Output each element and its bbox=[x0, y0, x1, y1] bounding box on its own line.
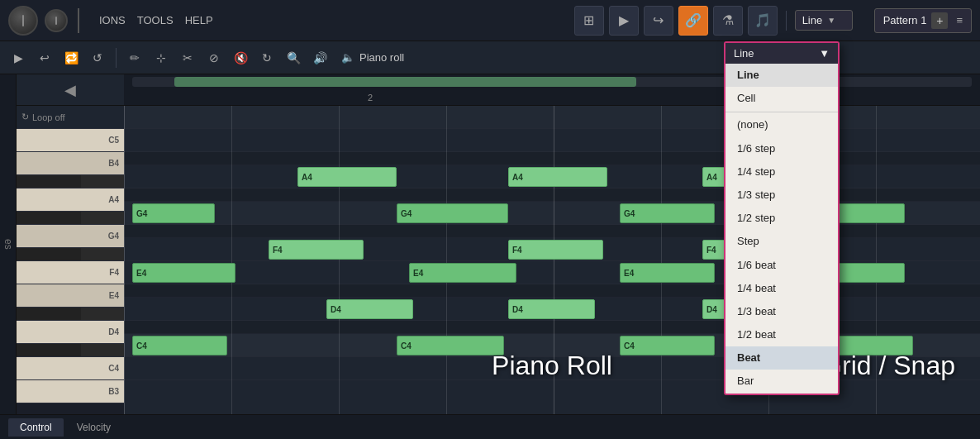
loop-icon[interactable]: 🔁 bbox=[59, 46, 83, 69]
note-c4-2[interactable]: C4 bbox=[397, 336, 504, 355]
hook-icon-btn[interactable]: ↪ bbox=[644, 6, 673, 36]
knob-2[interactable] bbox=[45, 9, 68, 32]
note-g4-3[interactable]: G4 bbox=[620, 203, 715, 223]
piano-key-g4[interactable]: G4 bbox=[17, 225, 124, 248]
erase-icon[interactable]: ✂ bbox=[176, 46, 199, 69]
note-e4-3[interactable]: E4 bbox=[620, 263, 715, 283]
piano-key-ds4[interactable] bbox=[17, 308, 124, 321]
note-label-g4-1: G4 bbox=[136, 209, 147, 218]
knob-1[interactable] bbox=[8, 6, 38, 36]
note-label-a4-1: A4 bbox=[302, 173, 312, 182]
note-d4-1[interactable]: D4 bbox=[326, 299, 413, 319]
note-grid[interactable]: 2 bbox=[124, 74, 980, 414]
note-c4-3[interactable]: C4 bbox=[620, 336, 715, 355]
snap-menu-title: Line bbox=[734, 47, 754, 60]
note-label-f4-1: F4 bbox=[273, 246, 283, 255]
piano-key-c5[interactable]: C5 bbox=[17, 129, 124, 152]
link-icon-btn[interactable]: 🔗 bbox=[678, 6, 708, 36]
grid-snap-label: Grid / Snap bbox=[821, 351, 955, 381]
snap-option-line[interactable]: Line bbox=[725, 64, 838, 87]
note-f4-2[interactable]: F4 bbox=[508, 240, 603, 260]
snap-option-none[interactable]: (none) bbox=[725, 112, 838, 136]
snap-option-1-6-step[interactable]: 1/6 step bbox=[725, 137, 838, 160]
speaker-icon[interactable]: 🔇 bbox=[229, 46, 252, 69]
piano-key-fs4[interactable] bbox=[17, 248, 124, 261]
grid-row-gs4 bbox=[124, 188, 980, 202]
note-e4-1[interactable]: E4 bbox=[132, 263, 235, 283]
note-a4-2[interactable]: A4 bbox=[508, 167, 607, 187]
arrow-right-icon-btn[interactable]: ▶ bbox=[609, 6, 639, 36]
piano-key-gs4[interactable] bbox=[17, 212, 124, 225]
note-label-c4-2: C4 bbox=[401, 341, 412, 351]
knob-area bbox=[8, 6, 83, 36]
note-g4-1[interactable]: G4 bbox=[132, 203, 215, 223]
piano-grid-icon-btn[interactable]: ⊞ bbox=[574, 6, 604, 36]
note-f4-1[interactable]: F4 bbox=[269, 240, 364, 260]
piano-key-as4[interactable] bbox=[17, 175, 124, 188]
key-label-e4: E4 bbox=[109, 291, 119, 300]
piano-key-d4[interactable]: D4 bbox=[17, 321, 124, 344]
scroll-thumb[interactable] bbox=[174, 77, 636, 87]
speaker-small-icon: 🔈 bbox=[341, 51, 354, 64]
note-d4-2[interactable]: D4 bbox=[508, 299, 595, 319]
piano-key-b3[interactable]: B3 bbox=[17, 380, 124, 403]
snap-option-1-4-step[interactable]: 1/4 step bbox=[725, 160, 838, 184]
black-key-overlay-4 bbox=[17, 308, 81, 320]
snap-option-1-2-step[interactable]: 1/2 step bbox=[725, 207, 838, 230]
piano-key-e4[interactable]: E4 bbox=[17, 284, 124, 308]
grid-row-ds4 bbox=[124, 284, 980, 298]
note-label-f4-3: F4 bbox=[706, 246, 716, 255]
undo-icon[interactable]: ↩ bbox=[33, 46, 56, 69]
knob-line-2 bbox=[55, 17, 57, 25]
zoom-icon[interactable]: 🔍 bbox=[282, 46, 305, 69]
pattern-add-button[interactable]: + bbox=[931, 12, 948, 29]
select-icon[interactable]: ⊹ bbox=[150, 46, 173, 69]
black-key-overlay-3 bbox=[17, 248, 81, 260]
piano-key-f4[interactable]: F4 bbox=[17, 261, 124, 284]
ruler: 2 bbox=[124, 89, 980, 106]
audio-icon[interactable]: 🔊 bbox=[308, 46, 331, 69]
sidebar-label: es bbox=[2, 239, 14, 250]
note-g4-2[interactable]: G4 bbox=[397, 203, 508, 223]
piano-key-cs4[interactable] bbox=[17, 344, 124, 357]
piano-key-c4[interactable]: C4 bbox=[17, 357, 124, 380]
snap-option-bar[interactable]: Bar bbox=[725, 370, 838, 393]
tab-control[interactable]: Control bbox=[8, 418, 64, 437]
tab-velocity[interactable]: Velocity bbox=[65, 418, 122, 437]
snap-option-1-6-beat[interactable]: 1/6 beat bbox=[725, 254, 838, 277]
snap-option-beat[interactable]: Beat bbox=[725, 346, 838, 370]
note-c4-1[interactable]: C4 bbox=[132, 336, 227, 355]
key-label-b3: B3 bbox=[108, 387, 119, 396]
piano-key-b4[interactable]: B4 bbox=[17, 152, 124, 175]
note-label-e4-3: E4 bbox=[624, 269, 634, 278]
draw-icon[interactable]: ✏ bbox=[123, 46, 146, 69]
snap-option-step[interactable]: Step bbox=[725, 230, 838, 253]
snap-option-1-4-beat[interactable]: 1/4 beat bbox=[725, 277, 838, 300]
key-label-f4: F4 bbox=[109, 268, 119, 277]
menu-item-tools[interactable]: TOOLS bbox=[137, 14, 174, 26]
grid-row-cs4 bbox=[124, 321, 980, 334]
piano-left-arrow[interactable]: ◀ bbox=[64, 81, 76, 99]
snap-option-1-3-step[interactable]: 1/3 step bbox=[725, 184, 838, 207]
vgrid-1 bbox=[231, 106, 232, 414]
menu-item-help[interactable]: HELP bbox=[185, 14, 213, 26]
snap-option-1-2-beat[interactable]: 1/2 beat bbox=[725, 323, 838, 346]
menu-item-ions[interactable]: IONS bbox=[99, 14, 126, 26]
repeat-icon[interactable]: ↻ bbox=[255, 46, 278, 69]
collapse-arrow[interactable]: ▶ bbox=[7, 46, 30, 69]
snap-option-1-3-beat[interactable]: 1/3 beat bbox=[725, 300, 838, 323]
sep-2 bbox=[116, 48, 117, 68]
snap-option-cell[interactable]: Cell bbox=[725, 87, 838, 110]
undo2-icon[interactable]: ↺ bbox=[86, 46, 109, 69]
snap-dropdown[interactable]: Line ▼ bbox=[795, 10, 853, 31]
mute-icon[interactable]: ⊘ bbox=[202, 46, 226, 69]
note-a4-1[interactable]: A4 bbox=[297, 167, 397, 187]
top-scrollbar[interactable] bbox=[124, 74, 980, 89]
column-icon-btn[interactable]: ⚗ bbox=[713, 6, 743, 36]
note-e4-2[interactable]: E4 bbox=[409, 263, 516, 283]
pattern-label: Pattern 1 bbox=[883, 14, 927, 26]
pattern-list-icon[interactable]: ≡ bbox=[956, 14, 963, 26]
extra-icon-btn[interactable]: 🎵 bbox=[748, 6, 778, 36]
piano-key-a4[interactable]: A4 bbox=[17, 188, 124, 212]
left-sidebar: es bbox=[0, 74, 17, 414]
